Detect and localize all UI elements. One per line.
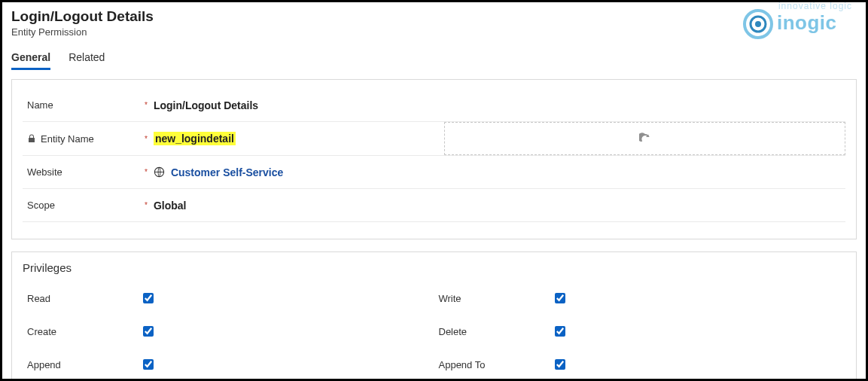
priv-row-delete: Delete [434, 315, 846, 348]
priv-label-read: Read [23, 293, 143, 304]
priv-label-append-to: Append To [434, 359, 555, 370]
loading-box [444, 122, 845, 155]
name-value[interactable]: Login/Logout Details [154, 99, 425, 111]
required-indicator: * [145, 201, 148, 209]
website-value[interactable]: Customer Self-Service [154, 166, 425, 178]
brand-name: inogic [777, 11, 852, 35]
priv-checkbox-delete[interactable] [555, 326, 565, 337]
general-panel: Name * Login/Logout Details Entity Name … [11, 79, 857, 239]
name-label: Name [23, 99, 143, 111]
scope-label: Scope [23, 200, 143, 211]
privileges-panel: Privileges Read Create Append Write [11, 251, 857, 381]
priv-row-append: Append [23, 348, 434, 381]
page-title: Login/Logout Details [11, 8, 857, 25]
website-label: Website [23, 166, 143, 178]
priv-label-delete: Delete [434, 326, 555, 337]
globe-icon [154, 166, 165, 178]
tab-general[interactable]: General [11, 51, 50, 70]
name-value-text: Login/Logout Details [154, 99, 258, 111]
priv-checkbox-write[interactable] [555, 293, 565, 303]
entity-value-text: new_logindetail [154, 132, 236, 145]
tab-list: General Related [11, 51, 857, 70]
entity-label-text: Entity Name [41, 133, 94, 145]
brand-logo: innovative logic inogic [741, 7, 852, 41]
priv-checkbox-create[interactable] [143, 326, 154, 337]
entity-value[interactable]: new_logindetail [154, 132, 425, 145]
brand-mark-icon [741, 7, 775, 41]
priv-row-read: Read [23, 282, 434, 315]
priv-label-write: Write [434, 293, 555, 304]
required-indicator: * [145, 135, 148, 143]
privileges-title: Privileges [23, 261, 845, 274]
tab-related[interactable]: Related [69, 51, 105, 70]
priv-row-create: Create [23, 315, 434, 348]
brand-tagline: innovative logic [778, 1, 852, 11]
field-row-entity: Entity Name * new_logindetail [23, 122, 845, 156]
priv-checkbox-append[interactable] [143, 359, 154, 370]
scope-value-text: Global [154, 200, 187, 212]
page-header: Login/Logout Details Entity Permission i… [11, 8, 857, 38]
field-row-scope: Scope * Global [23, 189, 845, 222]
required-indicator: * [145, 168, 148, 176]
priv-label-create: Create [23, 326, 143, 337]
scope-value[interactable]: Global [154, 200, 425, 212]
priv-label-append: Append [23, 359, 143, 370]
refresh-icon [639, 133, 651, 145]
priv-row-write: Write [434, 282, 846, 315]
field-row-website: Website * Customer Self-Service [23, 156, 845, 189]
field-row-name: Name * Login/Logout Details [23, 89, 845, 122]
priv-checkbox-read[interactable] [143, 293, 154, 303]
entity-label: Entity Name [23, 133, 143, 145]
website-value-text: Customer Self-Service [171, 166, 283, 178]
priv-row-append-to: Append To [434, 348, 846, 381]
lock-icon [27, 134, 36, 143]
svg-point-2 [755, 21, 761, 27]
page-subtitle: Entity Permission [11, 26, 857, 38]
priv-checkbox-append-to[interactable] [555, 359, 565, 370]
required-indicator: * [145, 101, 148, 109]
